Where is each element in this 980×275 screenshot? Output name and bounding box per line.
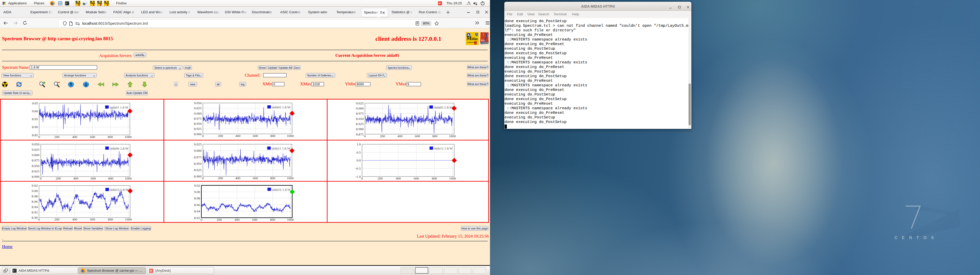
svg-text:0: 0 bbox=[361, 177, 363, 180]
svg-text:Midas: Midas bbox=[90, 2, 95, 4]
svg-text:200: 200 bbox=[54, 217, 60, 221]
svg-text:8.950: 8.950 bbox=[356, 117, 364, 121]
svg-text:8.950: 8.950 bbox=[32, 164, 40, 168]
svg-text:800: 800 bbox=[108, 135, 113, 139]
svg-text:200: 200 bbox=[217, 218, 222, 221]
svg-text:800: 800 bbox=[108, 217, 113, 221]
svg-text:600: 600 bbox=[91, 177, 96, 180]
svg-text:8.90: 8.90 bbox=[32, 216, 38, 220]
svg-text:800: 800 bbox=[432, 134, 438, 138]
svg-text:400: 400 bbox=[235, 134, 241, 138]
svg-text:8.950: 8.950 bbox=[194, 162, 202, 166]
svg-text:aida06 1.8.W: aida06 1.8.W bbox=[110, 146, 129, 150]
svg-text:0: 0 bbox=[200, 218, 202, 221]
svg-text:200: 200 bbox=[218, 176, 223, 180]
svg-text:aida02 1.8.W: aida02 1.8.W bbox=[272, 105, 291, 109]
svg-text:8.925: 8.925 bbox=[356, 122, 364, 126]
svg-text:9.00: 9.00 bbox=[32, 109, 38, 113]
svg-text:9.050: 9.050 bbox=[194, 101, 202, 105]
svg-text:800: 800 bbox=[270, 218, 275, 221]
svg-text:400: 400 bbox=[73, 177, 79, 180]
svg-text:Midas: Midas bbox=[76, 2, 80, 4]
svg-text:200: 200 bbox=[380, 134, 385, 138]
svg-text:8.96: 8.96 bbox=[32, 200, 38, 204]
svg-text:C E N T O S: C E N T O S bbox=[894, 235, 935, 240]
svg-text:aida15 1.8.W: aida15 1.8.W bbox=[110, 188, 129, 191]
svg-text:8.95: 8.95 bbox=[32, 117, 38, 121]
svg-text:800: 800 bbox=[270, 176, 275, 180]
svg-text:8.900: 8.900 bbox=[194, 132, 202, 136]
svg-text:aida05 1.8.W: aida05 1.8.W bbox=[434, 106, 453, 109]
svg-text:TCL: TCL bbox=[481, 39, 485, 42]
svg-text:8.925: 8.925 bbox=[194, 168, 202, 172]
svg-text:0.5: 0.5 bbox=[356, 150, 361, 154]
svg-text:8.900: 8.900 bbox=[194, 174, 202, 178]
svg-text:200: 200 bbox=[377, 177, 383, 180]
svg-text:9.000: 9.000 bbox=[32, 153, 40, 157]
svg-text:0: 0 bbox=[202, 176, 204, 180]
svg-text:aida16 1.8.W: aida16 1.8.W bbox=[272, 188, 291, 191]
svg-text:9.000: 9.000 bbox=[194, 112, 202, 115]
svg-text:1000: 1000 bbox=[449, 177, 456, 180]
svg-text:8.925: 8.925 bbox=[32, 169, 40, 173]
svg-text:8.875: 8.875 bbox=[356, 133, 364, 136]
svg-text:1.0: 1.0 bbox=[356, 142, 361, 146]
svg-text:-0.5: -0.5 bbox=[355, 166, 361, 170]
svg-text:1000: 1000 bbox=[287, 218, 294, 221]
svg-text:800: 800 bbox=[270, 134, 275, 138]
svg-text:9.05: 9.05 bbox=[32, 101, 38, 105]
svg-text:600: 600 bbox=[414, 177, 419, 180]
svg-text:9.00: 9.00 bbox=[32, 189, 38, 193]
svg-text:1000: 1000 bbox=[287, 176, 294, 180]
svg-text:0: 0 bbox=[40, 177, 41, 180]
svg-text:8.975: 8.975 bbox=[356, 112, 364, 115]
svg-text:-1.0: -1.0 bbox=[355, 175, 361, 179]
svg-text:800: 800 bbox=[432, 177, 437, 180]
svg-text:?: ? bbox=[468, 2, 470, 5]
svg-text:1000: 1000 bbox=[449, 134, 456, 138]
svg-text:600: 600 bbox=[252, 218, 258, 221]
svg-text:1000: 1000 bbox=[125, 135, 132, 139]
svg-text:aida01 1.8.W: aida01 1.8.W bbox=[110, 106, 129, 109]
svg-text:9.050: 9.050 bbox=[32, 142, 40, 146]
svg-text:8.92: 8.92 bbox=[194, 216, 200, 220]
svg-text:1000: 1000 bbox=[125, 217, 132, 221]
svg-text:9.000: 9.000 bbox=[356, 106, 364, 110]
svg-text:powered by: powered by bbox=[467, 41, 474, 43]
svg-text:Midas: Midas bbox=[97, 2, 102, 4]
svg-text:9.025: 9.025 bbox=[32, 148, 40, 152]
svg-text:0: 0 bbox=[364, 134, 366, 138]
svg-text:9.00: 9.00 bbox=[194, 190, 200, 194]
svg-text:1000: 1000 bbox=[287, 134, 294, 138]
svg-text:400: 400 bbox=[72, 135, 78, 139]
svg-text:9.02: 9.02 bbox=[194, 183, 200, 187]
svg-text:Midas: Midas bbox=[104, 2, 109, 4]
svg-text:9.000: 9.000 bbox=[194, 149, 202, 153]
svg-text:600: 600 bbox=[415, 134, 420, 138]
svg-text:0.0: 0.0 bbox=[356, 158, 361, 162]
svg-text:aida12 1.8.W: aida12 1.8.W bbox=[434, 146, 453, 150]
svg-text:8.900: 8.900 bbox=[356, 127, 364, 131]
svg-text:400: 400 bbox=[235, 176, 241, 180]
svg-text:8.96: 8.96 bbox=[194, 203, 200, 207]
svg-text:aida11 1.8.W: aida11 1.8.W bbox=[272, 146, 290, 150]
svg-text:8.950: 8.950 bbox=[194, 122, 202, 125]
svg-text:200: 200 bbox=[218, 134, 223, 138]
svg-text:600: 600 bbox=[90, 217, 95, 221]
svg-text:8.85: 8.85 bbox=[32, 133, 38, 137]
svg-text:400: 400 bbox=[234, 218, 240, 221]
svg-text:0: 0 bbox=[202, 134, 204, 138]
svg-text:600: 600 bbox=[253, 134, 258, 138]
svg-text:8.900: 8.900 bbox=[32, 175, 40, 179]
svg-text:8.92: 8.92 bbox=[32, 210, 38, 214]
svg-text:400: 400 bbox=[396, 177, 401, 180]
svg-text:8.975: 8.975 bbox=[194, 117, 202, 120]
svg-text:8.94: 8.94 bbox=[194, 209, 200, 213]
svg-text:8.94: 8.94 bbox=[32, 205, 38, 209]
svg-text:8.98: 8.98 bbox=[32, 194, 38, 198]
svg-text:POWER: POWER bbox=[475, 44, 478, 44]
svg-text:8.98: 8.98 bbox=[194, 196, 200, 200]
svg-text:200: 200 bbox=[56, 177, 61, 180]
svg-text:9.025: 9.025 bbox=[194, 106, 202, 110]
svg-text:0: 0 bbox=[38, 135, 40, 139]
